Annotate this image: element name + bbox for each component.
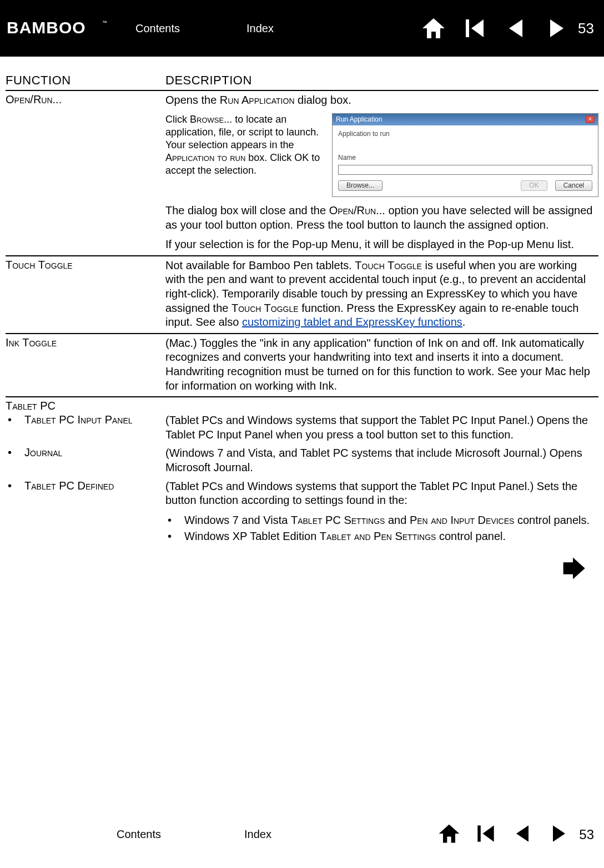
touch-toggle-desc: Not available for Bamboo Pen tablets. To… xyxy=(165,259,598,330)
bottom-navbar: Contents Index 53 xyxy=(0,818,604,861)
func-ink-toggle: Ink Toggle xyxy=(6,336,57,349)
prev-page-icon[interactable] xyxy=(510,821,535,848)
func-open-run: Open/Run... xyxy=(6,93,62,105)
bullet-marker: • xyxy=(6,446,24,475)
column-header-function: FUNCTION xyxy=(6,73,165,88)
customizing-link[interactable]: customizing tablet and ExpressKey functi… xyxy=(242,316,462,328)
nav-contents-link[interactable]: Contents xyxy=(135,22,180,35)
open-run-para2: The dialog box will close and the Open/R… xyxy=(165,204,598,232)
open-run-para3: If your selection is for the Pop-up Menu… xyxy=(165,238,598,252)
bullet-marker: • xyxy=(165,529,184,544)
top-navbar: BAMBOO ™ Contents Index 53 xyxy=(0,0,604,57)
dialog-app-label: Application to run xyxy=(338,130,592,138)
bullet-marker: • xyxy=(165,513,184,528)
tablet-pc-defined-desc: (Tablet PCs and Windows systems that sup… xyxy=(165,480,577,507)
ink-toggle-desc: (Mac.) Toggles the "ink in any applicati… xyxy=(165,336,598,393)
func-tablet-pc: Tablet PC xyxy=(6,400,56,412)
tablet-pc-input-panel-desc: (Tablet PCs and Windows systems that sup… xyxy=(165,413,598,442)
dialog-ok-button[interactable]: OK xyxy=(521,180,547,191)
dialog-cancel-button[interactable]: Cancel xyxy=(555,180,592,191)
bottom-index-link[interactable]: Index xyxy=(244,828,271,841)
nav-index-link[interactable]: Index xyxy=(246,22,274,35)
bullet-marker: • xyxy=(6,480,24,545)
journal-desc: (Windows 7 and Vista, and Tablet PC syst… xyxy=(165,446,598,475)
dialog-close-button[interactable]: × xyxy=(586,115,595,123)
bamboo-logo: BAMBOO ™ xyxy=(7,17,113,40)
first-page-icon[interactable] xyxy=(474,821,498,848)
dialog-name-input[interactable] xyxy=(338,165,592,175)
svg-rect-3 xyxy=(478,825,481,841)
dialog-browse-button[interactable]: Browse... xyxy=(338,180,382,191)
home-icon[interactable] xyxy=(437,821,461,848)
column-header-description: DESCRIPTION xyxy=(165,73,252,88)
dialog-name-label: Name xyxy=(338,154,592,162)
open-run-intro: Opens the Run Application dialog box. xyxy=(165,93,598,108)
svg-text:BAMBOO: BAMBOO xyxy=(7,18,86,37)
run-application-dialog: Run Application × Application to run Nam… xyxy=(332,113,598,197)
svg-rect-2 xyxy=(466,19,469,37)
page-number-top: 53 xyxy=(578,20,594,37)
next-page-icon[interactable] xyxy=(547,821,571,848)
bottom-contents-link[interactable]: Contents xyxy=(117,828,161,841)
open-run-instructions: Click Browse... to locate an application… xyxy=(165,113,321,177)
tablet-pc-defined-sub2: Windows XP Tablet Edition Tablet and Pen… xyxy=(184,529,598,544)
continue-next-icon[interactable] xyxy=(558,575,587,584)
page-number-bottom: 53 xyxy=(579,827,594,842)
func-touch-toggle: Touch Toggle xyxy=(6,259,73,271)
tablet-pc-defined-sub1: Windows 7 and Vista Tablet PC Settings a… xyxy=(184,513,598,528)
svg-text:™: ™ xyxy=(102,20,107,26)
dialog-title-text: Run Application xyxy=(336,115,382,124)
bullet-marker: • xyxy=(6,413,24,442)
next-page-icon[interactable] xyxy=(543,15,570,42)
home-icon[interactable] xyxy=(420,15,447,42)
first-page-icon[interactable] xyxy=(461,15,488,42)
prev-page-icon[interactable] xyxy=(502,15,529,42)
func-tablet-pc-input-panel: Tablet PC Input Panel xyxy=(24,413,133,426)
func-tablet-pc-defined: Tablet PC Defined xyxy=(24,480,114,492)
func-journal: Journal xyxy=(24,446,62,458)
